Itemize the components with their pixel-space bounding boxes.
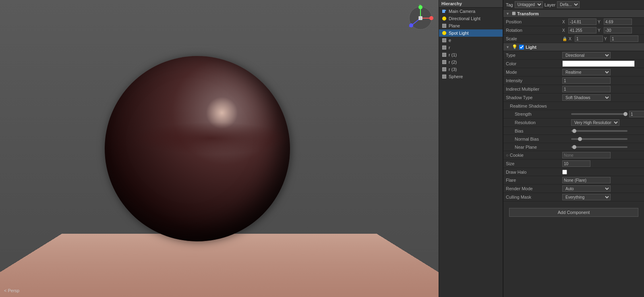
bias-slider[interactable]: [571, 130, 627, 132]
hierarchy-header: Hierarchy: [439, 0, 503, 8]
position-y-input[interactable]: [604, 19, 632, 25]
hierarchy-item-label: r: [449, 45, 450, 50]
shadow-type-label: Shadow Type: [506, 95, 562, 100]
rotation-value: X Y: [562, 27, 642, 33]
strength-label: Strength: [515, 112, 571, 116]
position-x-input[interactable]: [568, 19, 596, 25]
cookie-label: ○ Cookie: [506, 153, 562, 158]
light-bias-row: Bias: [503, 127, 644, 135]
light-type-row: Type Directional: [503, 51, 644, 60]
normal-bias-slider[interactable]: [571, 138, 627, 140]
transform-toggle-icon[interactable]: ▼: [506, 12, 509, 16]
tag-select[interactable]: Untagged: [515, 1, 543, 8]
hierarchy-item-r[interactable]: r: [439, 44, 503, 51]
light-flare-row: Flare: [503, 176, 644, 185]
scale-x-label: X: [569, 37, 574, 41]
light-near-plane-row: Near Plane: [503, 143, 644, 151]
layer-select[interactable]: Defa...: [557, 1, 580, 8]
position-value: X Y: [562, 19, 642, 25]
mode-select[interactable]: Realtime: [562, 69, 611, 75]
viewport[interactable]: X Y Z < Persp: [0, 0, 439, 297]
rotation-x-input[interactable]: [568, 27, 596, 33]
hierarchy-item-main-camera[interactable]: Main Camera: [439, 8, 503, 15]
scale-label: Scale: [506, 36, 562, 41]
culling-mask-select[interactable]: Everything: [562, 194, 611, 200]
cookie-input[interactable]: [562, 152, 611, 158]
hierarchy-item-label: Main Camera: [449, 9, 475, 14]
light-label: Light: [526, 45, 536, 50]
shadow-type-select[interactable]: Soft Shadows: [562, 94, 611, 101]
color-swatch[interactable]: [562, 60, 635, 67]
rotation-y-input[interactable]: [604, 27, 632, 33]
resolution-select[interactable]: Very High Resolution: [571, 119, 619, 126]
light-enabled-checkbox[interactable]: [519, 45, 524, 50]
hierarchy-item-spot-light[interactable]: Spot Light: [439, 29, 503, 37]
hierarchy-item-label: e: [449, 38, 451, 43]
light-normal-bias-row: Normal Bias: [503, 135, 644, 143]
transform-icon: ⊞: [512, 11, 516, 16]
svg-text:Z: Z: [409, 24, 411, 28]
color-label: Color: [506, 61, 562, 66]
svg-text:Y: Y: [419, 4, 421, 7]
hierarchy-item-r3[interactable]: r (3): [439, 66, 503, 73]
light-icon: [441, 16, 447, 21]
hierarchy-item-sphere[interactable]: Sphere: [439, 73, 503, 80]
size-label: Size: [506, 161, 562, 166]
scale-value: 🔒 X Y: [562, 35, 642, 42]
hierarchy-title: Hierarchy: [441, 1, 462, 6]
type-select[interactable]: Directional: [562, 52, 611, 58]
size-input[interactable]: [562, 160, 590, 167]
light-indirect-multiplier-row: Indirect Multiplier: [503, 85, 644, 93]
hierarchy-item-label: Plane: [449, 23, 460, 28]
draw-halo-checkbox[interactable]: [562, 170, 567, 174]
flare-input[interactable]: [562, 177, 611, 183]
add-component-section: Add Component: [503, 201, 644, 223]
culling-mask-label: Culling Mask: [506, 195, 562, 199]
light-component-icon: 💡: [512, 44, 518, 50]
scene-gizmo[interactable]: X Y Z: [406, 4, 435, 32]
persp-label: < Persp: [4, 288, 19, 293]
position-row: Position X Y: [503, 18, 644, 26]
rotation-x-label: X: [562, 28, 567, 33]
floor-plane: [0, 233, 439, 297]
hierarchy-item-label: Directional Light: [449, 16, 480, 21]
bias-label: Bias: [515, 129, 571, 133]
near-plane-slider[interactable]: [571, 146, 627, 148]
cube-icon: [441, 59, 447, 65]
intensity-input[interactable]: [562, 77, 611, 84]
rotation-row: Rotation X Y: [503, 26, 644, 35]
strength-input[interactable]: [629, 111, 644, 117]
flare-label: Flare: [506, 178, 562, 183]
cube-icon: [441, 52, 447, 58]
scale-y-input[interactable]: [610, 35, 638, 42]
hierarchy-item-e[interactable]: e: [439, 37, 503, 44]
realtime-shadows-label: Realtime Shadows: [510, 104, 566, 108]
light-shadow-type-row: Shadow Type Soft Shadows: [503, 93, 644, 102]
inspector-panel: Tag Untagged Layer Defa... ▼ ⊞ Transform…: [503, 0, 644, 297]
svg-text:X: X: [431, 17, 433, 21]
render-mode-label: Render Mode: [506, 186, 562, 191]
strength-slider[interactable]: [571, 113, 627, 115]
light-render-mode-row: Render Mode Auto: [503, 185, 644, 193]
cube-icon: [441, 74, 447, 79]
hierarchy-item-plane[interactable]: Plane: [439, 22, 503, 29]
hierarchy-panel: Hierarchy Main Camera Directional Light …: [439, 0, 503, 297]
indirect-multiplier-input[interactable]: [562, 86, 611, 92]
hierarchy-item-directional-light[interactable]: Directional Light: [439, 15, 503, 22]
position-y-label: Y: [598, 20, 603, 24]
position-label: Position: [506, 19, 562, 24]
light-toggle-icon[interactable]: ▼: [506, 45, 509, 49]
hierarchy-item-label: r (2): [449, 60, 457, 64]
light-mode-row: Mode Realtime: [503, 68, 644, 77]
light-color-row: Color: [503, 60, 644, 68]
scale-x-input[interactable]: [575, 35, 603, 42]
draw-halo-label: Draw Halo: [506, 170, 562, 174]
add-component-button[interactable]: Add Component: [509, 208, 638, 217]
hierarchy-item-label: r (3): [449, 67, 457, 72]
hierarchy-item-r1[interactable]: r (1): [439, 51, 503, 58]
hierarchy-item-r2[interactable]: r (2): [439, 58, 503, 66]
light-cookie-row: ○ Cookie: [503, 151, 644, 160]
scale-y-label: Y: [604, 37, 609, 41]
hierarchy-item-label: Spot Light: [449, 31, 469, 35]
render-mode-select[interactable]: Auto: [562, 185, 611, 192]
